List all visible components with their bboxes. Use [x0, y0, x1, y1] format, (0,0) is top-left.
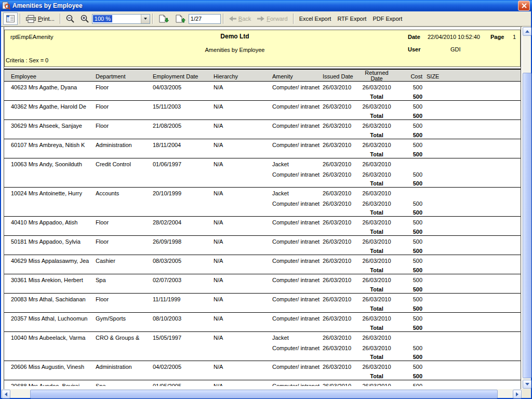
- column-header-cost: Cost: [389, 73, 422, 79]
- excel-export-button[interactable]: Excel Export: [296, 12, 335, 25]
- cell: 08/10/2003: [153, 315, 181, 322]
- zoom-level-value: 100 %: [93, 15, 112, 22]
- print-label: Print...: [38, 16, 55, 22]
- cell: 21/08/2005: [153, 123, 181, 129]
- zoom-level-combobox[interactable]: 100 %: [92, 14, 150, 24]
- vertical-scrollbar[interactable]: [522, 26, 531, 389]
- cell: N/A: [214, 258, 223, 264]
- table-row: 10024 Mrs Antoinette, HurryAccounts20/10…: [4, 188, 521, 217]
- report-title: Amenities by Employee: [5, 47, 465, 53]
- cell: 500: [389, 248, 422, 254]
- cell: Jacket: [272, 190, 289, 196]
- cell: N/A: [214, 190, 223, 196]
- cell: 500: [389, 94, 422, 100]
- zoom-out-button[interactable]: [63, 12, 77, 25]
- cell: 26/09/1998: [153, 238, 181, 245]
- cell: 26/03/2010: [323, 219, 351, 225]
- chevron-left-icon: [5, 392, 7, 396]
- toolbar-separator: [20, 14, 21, 24]
- cell: 30629 Mrs Ahseek, Sanjaye: [11, 123, 82, 129]
- close-button[interactable]: [518, 1, 530, 11]
- cell: Floor: [96, 238, 109, 245]
- cell: 20688 Mrs Aundoo, Bovirai: [11, 383, 79, 386]
- cell: 30361 Miss Arekion, Herbert: [11, 277, 83, 283]
- cell: Computer/ intranet: [272, 103, 320, 110]
- toolbar-separator: [60, 14, 61, 24]
- zoom-combo-arrow-button[interactable]: [141, 15, 150, 23]
- cell: Administration: [96, 142, 132, 148]
- cell: 20357 Miss Athal, Luchoomun: [11, 315, 87, 322]
- cell: Computer/ intranet: [272, 277, 320, 283]
- cell: 26/03/2010: [323, 383, 351, 386]
- cell: 20/10/1999: [153, 190, 181, 196]
- cell: 500: [389, 325, 422, 331]
- user-value: GDI: [450, 46, 461, 52]
- horizontal-scrollbar-thumb[interactable]: [30, 390, 498, 398]
- cell: 02/07/2003: [153, 277, 181, 283]
- cell: 60107 Mrs Ambreya, Nitish K: [11, 142, 85, 148]
- cell: 500: [389, 286, 422, 292]
- print-button[interactable]: Print...: [23, 12, 58, 25]
- cell: 04/02/2005: [153, 364, 181, 370]
- cell: 26/03/2010: [353, 335, 401, 341]
- cell: Computer/ intranet: [272, 364, 320, 370]
- cell: 500: [389, 113, 422, 119]
- horizontal-scrollbar[interactable]: [1, 389, 522, 398]
- page-down-icon: [175, 15, 185, 23]
- group-tree-icon: [6, 15, 15, 22]
- back-button[interactable]: Back: [226, 12, 254, 25]
- zoom-in-button[interactable]: [77, 12, 92, 25]
- report-canvas: rptEmpEAmenity Demo Ltd Amenities by Emp…: [1, 26, 522, 389]
- cell: 500: [389, 296, 422, 302]
- pdf-export-button[interactable]: PDF Export: [369, 12, 405, 25]
- scroll-down-button[interactable]: [523, 380, 531, 389]
- cell: 01/05/2005: [153, 383, 181, 386]
- cell: N/A: [214, 142, 223, 148]
- next-page-button[interactable]: [172, 12, 189, 25]
- chevron-down-icon: [144, 18, 147, 20]
- back-label: Back: [238, 16, 251, 22]
- cell: 50181 Mrs Appadoo, Sylvia: [11, 238, 81, 245]
- criteria-text: Criteria : Sex = 0: [6, 57, 48, 63]
- table-header: Employee Department Employment Date Hier…: [4, 69, 521, 82]
- toolbar-separator: [152, 14, 153, 24]
- cell: Accounts: [96, 190, 119, 196]
- group-tree-toggle-button[interactable]: [3, 12, 18, 25]
- forward-arrow-icon: [257, 16, 264, 21]
- printer-icon: [26, 15, 36, 23]
- scroll-left-button[interactable]: [2, 390, 10, 398]
- cell: 10063 Mrs Andy, Soonilduth: [11, 161, 82, 167]
- table-row: 10040 Mrs Aubeelack, VarmaCRO & Groups &…: [4, 332, 521, 361]
- cell: Computer/ intranet: [272, 142, 320, 148]
- cell: 20606 Miss Augustin, Vinesh: [11, 364, 84, 370]
- vertical-scrollbar-thumb[interactable]: [523, 73, 531, 378]
- cell: Computer/ intranet: [272, 171, 320, 178]
- forward-button[interactable]: Forward: [254, 12, 290, 25]
- cell: 500: [389, 277, 422, 283]
- cell: N/A: [214, 238, 223, 245]
- zoom-out-icon: [66, 15, 74, 23]
- column-header-department: Department: [96, 73, 125, 79]
- cell: 01/06/1997: [153, 161, 181, 167]
- cell: 26/03/2010: [323, 277, 351, 283]
- rtf-export-button[interactable]: RTF Export: [334, 12, 369, 25]
- chevron-up-icon: [525, 30, 529, 33]
- scroll-right-button[interactable]: [513, 390, 522, 398]
- cell: Jacket: [272, 335, 289, 341]
- column-header-issued-date: Issued Date: [323, 73, 353, 79]
- cell: 11/11/1999: [153, 296, 180, 302]
- cell: N/A: [214, 123, 223, 129]
- forward-label: Forward: [267, 16, 287, 22]
- cell: 26/03/2010: [323, 201, 351, 207]
- cell: 40362 Mrs Agathe, Harold De: [11, 103, 86, 110]
- cell: 28/02/2004: [153, 219, 181, 225]
- cell: 500: [389, 373, 422, 379]
- cell: Computer/ intranet: [272, 123, 320, 129]
- table-row: 40362 Mrs Agathe, Harold DeFloor15/11/20…: [4, 101, 521, 120]
- toolbar-separator: [293, 14, 294, 24]
- scroll-up-button[interactable]: [523, 27, 531, 36]
- page-counter-input[interactable]: 1/27: [189, 14, 221, 24]
- cell: 26/03/2010: [323, 315, 351, 322]
- titlebar: Amenities by Employee: [0, 0, 532, 11]
- previous-page-button[interactable]: [155, 12, 172, 25]
